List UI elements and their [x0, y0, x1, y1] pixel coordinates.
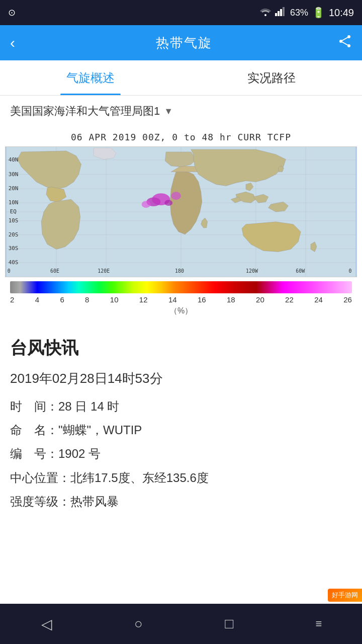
battery-text: 63%	[290, 8, 308, 18]
svg-line-8	[341, 41, 349, 46]
svg-text:120E: 120E	[98, 268, 110, 274]
nav-back-button[interactable]: ◁	[41, 616, 52, 632]
nav-recent-button[interactable]: □	[225, 616, 233, 632]
colorbar-section: 2 4 6 8 10 12 14 16 18 20 22 24 26 （%）	[5, 281, 357, 316]
wifi-icon	[260, 7, 271, 19]
nav-menu-icon: ≡	[315, 617, 321, 630]
news-section: 台风快讯 2019年02月28日14时53分 时 间：28 日 14 时 命 名…	[0, 327, 362, 519]
signal-icon	[275, 7, 286, 19]
back-button[interactable]: ‹	[10, 34, 30, 51]
colorbar-tick-10: 20	[256, 295, 264, 304]
nav-home-button[interactable]: ○	[134, 616, 143, 632]
svg-line-7	[341, 37, 349, 41]
source-selector[interactable]: 美国国家海洋和大气管理局图1 ▼	[0, 96, 362, 127]
colorbar-unit: （%）	[169, 306, 193, 316]
svg-text:20N: 20N	[9, 185, 19, 192]
svg-text:40S: 40S	[9, 259, 19, 266]
svg-point-28	[142, 201, 151, 208]
news-item-number-value: 1902 号	[58, 447, 101, 460]
colorbar-tick-3: 6	[60, 295, 64, 304]
colorbar-tick-7: 14	[168, 295, 177, 304]
svg-text:0: 0	[8, 268, 11, 274]
news-item-time-label: 时 间：	[10, 399, 58, 413]
colorbar-tick-13: 26	[343, 295, 352, 304]
svg-text:120W: 120W	[246, 268, 258, 274]
svg-text:10N: 10N	[9, 199, 19, 206]
dropdown-arrow-icon: ▼	[164, 106, 173, 117]
news-item-name-value: "蝴蝶"，WUTIP	[58, 423, 142, 437]
svg-rect-1	[278, 11, 280, 16]
colorbar-tick-1: 2	[10, 295, 14, 304]
svg-rect-0	[275, 13, 277, 16]
svg-rect-3	[283, 7, 285, 16]
status-left: ⊙	[8, 7, 16, 18]
svg-text:40N: 40N	[9, 156, 19, 163]
svg-text:30N: 30N	[9, 171, 19, 178]
colorbar-labels: 2 4 6 8 10 12 14 16 18 20 22 24 26	[10, 295, 352, 304]
news-item-number-label: 编 号：	[10, 447, 58, 460]
svg-text:60W: 60W	[296, 268, 305, 274]
svg-text:EQ: EQ	[10, 208, 17, 215]
news-item-level: 强度等级：热带风暴	[10, 491, 352, 512]
tab-path-label: 实况路径	[247, 70, 296, 86]
news-item-number: 编 号：1902 号	[10, 443, 352, 464]
watermark: 好手游网	[328, 589, 362, 602]
news-section-title: 台风快讯	[10, 337, 352, 360]
colorbar-tick-12: 24	[314, 295, 323, 304]
svg-point-27	[164, 200, 172, 206]
colorbar-tick-4: 8	[85, 295, 89, 304]
svg-text:20S: 20S	[9, 231, 19, 238]
status-bar: ⊙ 63% 🔋 10:49	[0, 0, 362, 25]
source-label: 美国国家海洋和大气管理局图1	[10, 104, 160, 119]
colorbar-tick-5: 10	[110, 295, 119, 304]
tab-overview-label: 气旋概述	[66, 70, 115, 86]
svg-rect-2	[280, 9, 282, 16]
colorbar-tick-2: 4	[35, 295, 39, 304]
nav-menu-button[interactable]: ≡	[315, 617, 321, 630]
nav-back-icon: ◁	[41, 616, 52, 632]
tab-path[interactable]: 实况路径	[181, 60, 362, 95]
tab-bar: 气旋概述 实况路径	[0, 60, 362, 96]
svg-text:30S: 30S	[9, 245, 19, 252]
svg-text:60E: 60E	[50, 268, 59, 274]
news-item-location: 中心位置：北纬17.5度、东经135.6度	[10, 467, 352, 489]
news-item-location-label: 中心位置：	[10, 471, 70, 485]
colorbar-tick-8: 16	[198, 295, 206, 304]
colorbar-tick-6: 12	[139, 295, 148, 304]
nav-home-icon: ○	[134, 616, 143, 632]
page-title: 热带气旋	[156, 34, 212, 52]
news-item-time-value: 28 日 14 时	[58, 399, 119, 413]
svg-point-26	[171, 192, 181, 200]
map-title: 06 APR 2019 00Z, 0 to 48 hr CURR TCFP	[5, 132, 357, 142]
news-date: 2019年02月28日14时53分	[10, 370, 352, 387]
colorbar-tick-9: 18	[227, 295, 235, 304]
title-bar: ‹ 热带气旋	[0, 25, 362, 60]
battery-icon: 🔋	[312, 7, 325, 19]
tab-overview[interactable]: 气旋概述	[0, 60, 181, 95]
world-map: 40N 30N 20N 10N EQ 10S 20S 30S 40S 0 60E…	[5, 146, 357, 277]
nav-recent-icon: □	[225, 616, 233, 632]
colorbar-tick-11: 22	[285, 295, 294, 304]
status-right: 63% 🔋 10:49	[260, 7, 354, 19]
android-icon: ⊙	[8, 7, 16, 18]
svg-text:10S: 10S	[9, 217, 19, 224]
map-section: 06 APR 2019 00Z, 0 to 48 hr CURR TCFP	[0, 127, 362, 327]
news-item-name: 命 名："蝴蝶"，WUTIP	[10, 419, 352, 441]
news-item-location-value: 北纬17.5度、东经135.6度	[70, 471, 209, 485]
colorbar-gradient	[10, 281, 352, 293]
news-item-level-label: 强度等级：	[10, 495, 70, 508]
share-button[interactable]	[338, 34, 352, 52]
time-display: 10:49	[329, 7, 354, 19]
news-item-name-label: 命 名：	[10, 423, 58, 437]
bottom-nav: ◁ ○ □ ≡	[0, 604, 362, 644]
svg-text:180: 180	[175, 268, 184, 274]
svg-text:0: 0	[348, 268, 351, 274]
news-item-time: 时 间：28 日 14 时	[10, 395, 352, 417]
news-item-level-value: 热带风暴	[70, 495, 119, 508]
